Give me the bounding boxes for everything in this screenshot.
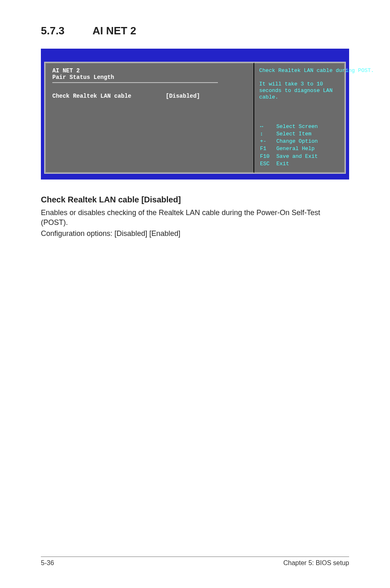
bios-help-panel: Check Realtek LAN cable during POST. It …	[254, 63, 345, 173]
nav-key: F10	[260, 153, 276, 160]
bios-option-row[interactable]: Check Realtek LAN cable [Disabled]	[52, 93, 247, 99]
page-number: 5-36	[41, 559, 54, 567]
section-heading: 5.7.3 AI NET 2	[41, 25, 349, 37]
arrow-left-right-icon: ↔	[260, 123, 263, 130]
bios-option-value: [Disabled]	[166, 93, 200, 99]
bios-main-panel: AI NET 2 Pair Status Length Check Realte…	[45, 63, 254, 173]
page-footer: 5-36 Chapter 5: BIOS setup	[41, 557, 349, 567]
nav-row: F1 General Help	[260, 146, 338, 152]
nav-row: ↕ Select Item	[260, 131, 338, 137]
section-number: 5.7.3	[41, 25, 90, 37]
footer-rule	[41, 557, 349, 557]
bios-column-headers: Pair Status Length	[52, 74, 247, 81]
body-paragraph-1: Enables or disables checking of the Real…	[41, 208, 349, 228]
nav-row: ↔ Select Screen	[260, 123, 338, 130]
arrow-up-down-icon: ↕	[260, 131, 263, 137]
nav-key: +-	[260, 138, 276, 145]
nav-row: ESC Exit	[260, 161, 338, 167]
bios-title-bar	[42, 49, 348, 62]
nav-label: Select Screen	[276, 123, 338, 130]
nav-row: +- Change Option	[260, 138, 338, 145]
bios-nav-help: ↔ Select Screen ↕ Select Item +- Change …	[259, 123, 339, 168]
nav-key: ESC	[260, 161, 276, 167]
bios-help-text-1: Check Realtek LAN cable during POST.	[259, 67, 339, 74]
bios-option-label: Check Realtek LAN cable	[52, 93, 131, 99]
bios-screenshot: AI NET 2 Pair Status Length Check Realte…	[41, 49, 349, 180]
nav-label: Save and Exit	[276, 153, 338, 160]
chapter-label: Chapter 5: BIOS setup	[283, 559, 349, 567]
subheading: Check Realtek LAN cable [Disabled]	[41, 195, 349, 204]
nav-label: Exit	[276, 161, 338, 167]
bios-panel-title: AI NET 2	[52, 67, 247, 74]
nav-label: Change Option	[276, 138, 338, 145]
nav-row: F10 Save and Exit	[260, 153, 338, 160]
section-title-text: AI NET 2	[92, 25, 136, 37]
divider	[52, 82, 218, 83]
nav-label: Select Item	[276, 131, 338, 137]
bios-help-text-2: It will take 3 to 10 seconds to diagnose…	[259, 81, 339, 101]
nav-label: General Help	[276, 146, 338, 152]
bios-bottom-bar	[42, 174, 348, 179]
nav-key: F1	[260, 146, 276, 152]
body-paragraph-2: Configuration options: [Disabled] [Enabl…	[41, 229, 349, 238]
